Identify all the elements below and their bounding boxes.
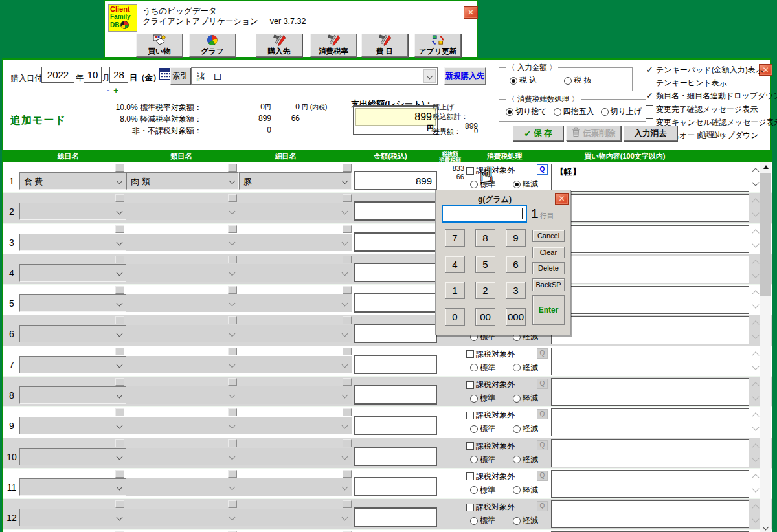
amount-input[interactable] xyxy=(354,416,437,435)
tax-exempt-checkbox[interactable]: 課税対象外 xyxy=(466,471,515,482)
memo-button[interactable] xyxy=(228,348,237,355)
receipt-total-input[interactable]: 899 xyxy=(355,108,436,126)
nav-button-tax-rates[interactable]: 消費税率 xyxy=(310,34,357,57)
clear-input-button[interactable]: 入力消去 xyxy=(624,126,677,141)
standard-rate-radio[interactable]: 標準 xyxy=(470,485,495,496)
content-textarea[interactable]: 【軽】 xyxy=(551,164,749,192)
content-textarea[interactable] xyxy=(551,316,749,344)
delete-slip-button[interactable]: 伝票削除 xyxy=(566,126,621,141)
vendor-combobox[interactable]: 諸 口 xyxy=(191,67,438,85)
type-select[interactable]: 肉 類 xyxy=(126,172,239,190)
chevron-up-icon[interactable] xyxy=(752,505,759,512)
content-textarea[interactable] xyxy=(551,256,749,283)
memo-button[interactable] xyxy=(228,439,237,447)
chevron-down-icon[interactable] xyxy=(752,332,759,339)
detail-select[interactable]: 豚 xyxy=(239,172,352,190)
chevron-up-icon[interactable] xyxy=(752,474,759,481)
chevron-down-icon[interactable] xyxy=(752,516,759,523)
keypad-key-2[interactable]: 2 xyxy=(475,282,495,299)
close-icon[interactable]: ✕ xyxy=(555,193,569,205)
standard-rate-radio[interactable]: 標準 xyxy=(470,362,495,373)
type-select[interactable] xyxy=(126,294,239,312)
memo-button[interactable] xyxy=(343,470,352,478)
reduced-rate-radio[interactable]: 軽減 xyxy=(513,362,538,373)
amount-tax-included-radio[interactable]: 税 込 xyxy=(510,75,537,86)
type-select[interactable] xyxy=(126,203,239,220)
memo-button[interactable] xyxy=(115,286,124,294)
tax-exempt-checkbox[interactable]: 課税対象外 xyxy=(466,441,515,452)
memo-button[interactable] xyxy=(343,164,352,172)
memo-button[interactable] xyxy=(115,348,124,355)
memo-button[interactable] xyxy=(228,316,237,324)
memo-button[interactable] xyxy=(343,256,352,263)
memo-button[interactable] xyxy=(343,316,352,324)
type-select[interactable] xyxy=(126,234,239,251)
nav-button-app-update[interactable]: アプリ更新 xyxy=(414,34,461,57)
nav-button-shopping[interactable]: 買い物 xyxy=(136,34,183,57)
category-select[interactable] xyxy=(19,325,126,342)
detail-select[interactable] xyxy=(239,417,352,434)
keypad-key-6[interactable]: 6 xyxy=(506,256,526,273)
type-select[interactable] xyxy=(126,325,239,342)
keypad-key-0[interactable]: 0 xyxy=(445,308,465,326)
memo-button[interactable] xyxy=(228,470,237,478)
nav-button-categories[interactable]: 費 目 xyxy=(361,34,408,57)
category-select[interactable]: 食 費 xyxy=(19,172,126,190)
amount-input[interactable] xyxy=(354,385,437,405)
rounding-round-down-radio[interactable]: 切り捨て xyxy=(506,106,547,117)
chevron-down-icon[interactable] xyxy=(752,393,759,400)
detail-select[interactable] xyxy=(239,386,352,404)
chevron-up-icon[interactable] xyxy=(752,351,759,359)
reduced-rate-radio[interactable]: 軽減 xyxy=(513,515,538,526)
memo-button[interactable] xyxy=(343,500,352,508)
memo-button[interactable] xyxy=(228,256,237,263)
keypad-key-5[interactable]: 5 xyxy=(475,256,495,273)
keypad-input[interactable] xyxy=(442,205,527,223)
content-textarea[interactable] xyxy=(551,500,749,528)
keypad-key-1[interactable]: 1 xyxy=(445,282,465,299)
rounding-round-up-radio[interactable]: 切り上げ xyxy=(601,106,642,117)
category-select[interactable] xyxy=(19,448,126,465)
memo-button[interactable] xyxy=(343,348,352,355)
amount-input[interactable] xyxy=(354,263,437,282)
content-textarea[interactable] xyxy=(551,194,749,222)
chevron-up-icon[interactable] xyxy=(752,260,759,267)
standard-rate-radio[interactable]: 標準 xyxy=(470,454,495,465)
chevron-up-icon[interactable] xyxy=(752,321,759,328)
memo-button[interactable] xyxy=(115,164,124,172)
memo-button[interactable] xyxy=(228,500,237,508)
amount-input[interactable] xyxy=(354,232,437,252)
chevron-up-icon[interactable] xyxy=(752,229,759,236)
amount-input[interactable] xyxy=(354,355,437,374)
chevron-down-icon[interactable] xyxy=(752,302,759,309)
content-textarea[interactable] xyxy=(551,286,749,314)
memo-button[interactable] xyxy=(115,408,124,416)
chevron-up-icon[interactable] xyxy=(752,382,759,389)
reduced-rate-radio[interactable]: 軽減 xyxy=(513,393,538,404)
detail-select[interactable] xyxy=(239,509,352,526)
type-select[interactable] xyxy=(126,478,239,496)
quantity-button[interactable]: Q xyxy=(537,440,548,450)
memo-button[interactable] xyxy=(115,225,124,233)
quantity-button[interactable]: Q xyxy=(537,348,548,359)
category-select[interactable] xyxy=(19,203,126,220)
keypad-enter-button[interactable]: Enter xyxy=(532,295,565,325)
chevron-up-icon[interactable] xyxy=(752,443,759,450)
memo-button[interactable] xyxy=(115,194,124,202)
reduced-rate-radio[interactable]: 軽減 xyxy=(513,423,538,434)
chevron-down-icon[interactable] xyxy=(752,454,759,461)
chevron-up-icon[interactable] xyxy=(752,199,759,206)
memo-button[interactable] xyxy=(115,316,124,324)
chevron-down-icon[interactable] xyxy=(423,69,436,83)
keypad-key-4[interactable]: 4 xyxy=(445,256,465,273)
chevron-down-icon[interactable] xyxy=(752,271,759,278)
memo-button[interactable] xyxy=(115,470,124,478)
category-select[interactable] xyxy=(19,264,126,282)
standard-rate-radio[interactable]: 標準 xyxy=(470,393,495,404)
option-show-numkey-hint[interactable]: テンキーヒント表示 xyxy=(646,78,777,89)
chevron-up-icon[interactable] xyxy=(752,291,759,298)
category-select[interactable] xyxy=(19,234,126,251)
memo-button[interactable] xyxy=(343,194,352,202)
keypad-cancel-button[interactable]: Cancel xyxy=(532,230,565,242)
amount-input[interactable] xyxy=(354,293,437,313)
